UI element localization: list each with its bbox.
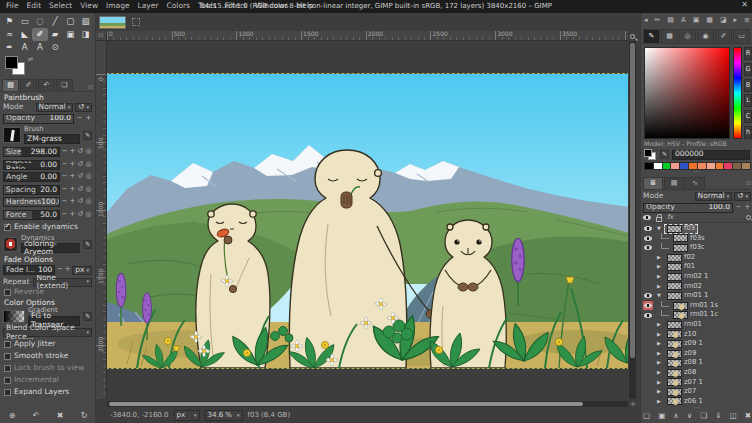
ruler-corner-button[interactable]: ⊡ [96, 31, 107, 41]
layer-visibility-toggle[interactable] [643, 243, 653, 252]
tool-transform[interactable]: ▧ [78, 15, 93, 28]
edit-color-icon[interactable]: ✎ [660, 150, 669, 159]
expander-icon[interactable]: ▶ [655, 380, 663, 386]
option-checkbox[interactable]: ✓ [4, 353, 11, 360]
blend-space-select[interactable]: Blend Color Space Perce...▾ [3, 328, 92, 337]
artwork-image[interactable] [107, 74, 628, 368]
layer-mode-select[interactable]: Normal▾ [695, 192, 733, 201]
layer-row[interactable]: f03s [641, 234, 752, 244]
tab-tool-options[interactable]: ▧ [2, 79, 19, 91]
slider[interactable]: Force 50.0 [3, 210, 60, 220]
dial-icon[interactable]: ◎ [85, 148, 92, 156]
channel-button[interactable]: G [744, 63, 752, 76]
tool-text-2[interactable]: A [32, 41, 47, 54]
layer-thumbnail[interactable] [667, 282, 682, 290]
layer-visibility-toggle[interactable] [643, 359, 653, 368]
image-tab-thumbnail[interactable] [99, 16, 126, 29]
layer-name[interactable]: z07 [684, 388, 696, 395]
tool-perspective-clone[interactable]: ◨ [78, 28, 93, 41]
tab-fg-color[interactable]: ✎ [643, 29, 660, 43]
layer-row[interactable]: ▶ z09 1 [641, 339, 752, 349]
channel-button[interactable]: B [744, 79, 752, 92]
layer-name[interactable]: rm02 [684, 283, 702, 290]
effects-icon[interactable]: fx [667, 214, 673, 221]
tool-paintbrush[interactable]: ✐ [32, 28, 47, 41]
layer-name[interactable]: rm01 1c [690, 311, 718, 318]
edit-brush-icon[interactable]: ✎ [83, 131, 92, 140]
option-checkbox-row[interactable]: ✓ Expand Layers [0, 387, 95, 399]
layer-row[interactable]: ▼ f03 [641, 224, 752, 234]
layer-row[interactable]: ▶ z08 1 [641, 358, 752, 368]
fg-bg-colors[interactable]: ⇄ [5, 56, 91, 78]
gradient-thumbnail[interactable] [3, 310, 25, 323]
layer-visibility-toggle[interactable] [643, 311, 653, 320]
layer-name[interactable]: z07 1 [684, 379, 703, 386]
layer-thumbnail[interactable] [667, 350, 682, 358]
save-preset-button[interactable]: ⊕ [9, 412, 16, 421]
layer-name[interactable]: f03c [690, 244, 705, 251]
enable-dynamics-row[interactable]: ✓ Enable dynamics [0, 221, 95, 233]
layer-visibility-toggle[interactable] [643, 339, 653, 348]
layer-thumbnail[interactable] [667, 263, 682, 271]
layer-name[interactable]: f03 [684, 225, 695, 232]
mode-select[interactable]: Normal▾ [36, 103, 74, 112]
option-checkbox-row[interactable]: ✓ Lock brush to view [0, 363, 95, 375]
reset-icon[interactable]: ↺ [77, 211, 84, 219]
menu-item[interactable]: Layer [134, 2, 163, 10]
tab-wheel[interactable]: ◎ [679, 29, 696, 43]
tab-watercolor[interactable]: ✐ [715, 29, 732, 43]
layer-thumbnail[interactable] [667, 397, 682, 405]
edit-dynamics-icon[interactable]: ✎ [83, 240, 92, 249]
increase-button[interactable]: + [69, 198, 76, 206]
option-checkbox[interactable]: ✓ [4, 341, 11, 348]
layer-name[interactable]: rm02 1 [684, 273, 708, 280]
layer-thumbnail[interactable] [667, 254, 682, 262]
layer-opacity-slider[interactable]: Opacity 100.0 [643, 203, 733, 213]
layer-row[interactable]: ▶ f02 [641, 253, 752, 263]
dock-patterns[interactable]: ▤ [667, 17, 674, 25]
layer-name[interactable]: f03s [690, 235, 705, 242]
tool-warp[interactable]: ≈ [2, 28, 17, 41]
layer-opacity-increase[interactable]: + [744, 204, 751, 212]
reset-icon[interactable]: ↺ [77, 186, 84, 194]
layer-visibility-toggle[interactable] [643, 291, 653, 300]
layer-row[interactable]: ▶ z08 [641, 368, 752, 378]
reset-icon[interactable]: ↺ [77, 173, 84, 181]
expander-icon[interactable]: ▼ [655, 226, 663, 232]
tool-bucket-fill[interactable]: ◣ [17, 28, 32, 41]
dial-icon[interactable]: ◎ [85, 198, 92, 206]
layer-thumbnail[interactable] [673, 302, 688, 310]
tab-palette-grid[interactable]: ▦ [661, 29, 678, 43]
reset-icon[interactable]: ↺ [77, 198, 84, 206]
layer-visibility-toggle[interactable] [643, 263, 653, 272]
channel-button[interactable]: h [744, 126, 752, 139]
layer-thumbnail[interactable] [667, 330, 682, 338]
expander-icon[interactable]: ▶ [655, 341, 663, 347]
layer-row[interactable]: f03c [641, 243, 752, 253]
expander-icon[interactable]: ▶ [655, 332, 663, 338]
tab-scales[interactable]: ▭ [733, 29, 750, 43]
new-layer-button[interactable]: ▢ [643, 412, 650, 420]
layer-row[interactable]: ▼ rm01 1 [641, 291, 752, 301]
layer-thumbnail[interactable] [667, 369, 682, 377]
decrease-button[interactable]: − [61, 211, 68, 219]
reset-icon[interactable]: ↺ [77, 148, 84, 156]
tool-rect-select[interactable]: ▭ [17, 15, 32, 28]
layer-thumbnail[interactable] [667, 340, 682, 348]
tab-images[interactable]: ❏ [56, 79, 73, 91]
slider[interactable]: Aspect Ratio 0.00 [3, 160, 60, 170]
search-layers-icon[interactable] [746, 215, 751, 220]
dock-document-history[interactable]: ▣ [693, 17, 700, 25]
tool-alignment[interactable]: ⚑ [2, 15, 17, 28]
channel-button[interactable]: L [744, 94, 752, 107]
expander-icon[interactable]: ▶ [655, 255, 663, 261]
menu-item[interactable]: File [2, 2, 23, 10]
brush-name-field[interactable]: ZM-grass [24, 134, 80, 144]
layer-row[interactable]: ▶ f01 [641, 262, 752, 272]
dock-menu[interactable]: ≡ [744, 17, 750, 25]
foreground-color-swatch[interactable] [5, 56, 18, 69]
expander-icon[interactable]: ▶ [655, 399, 663, 405]
expander-icon[interactable]: ▶ [655, 351, 663, 357]
layer-name[interactable]: rm01 [684, 321, 702, 328]
decrease-button[interactable]: − [61, 186, 68, 194]
